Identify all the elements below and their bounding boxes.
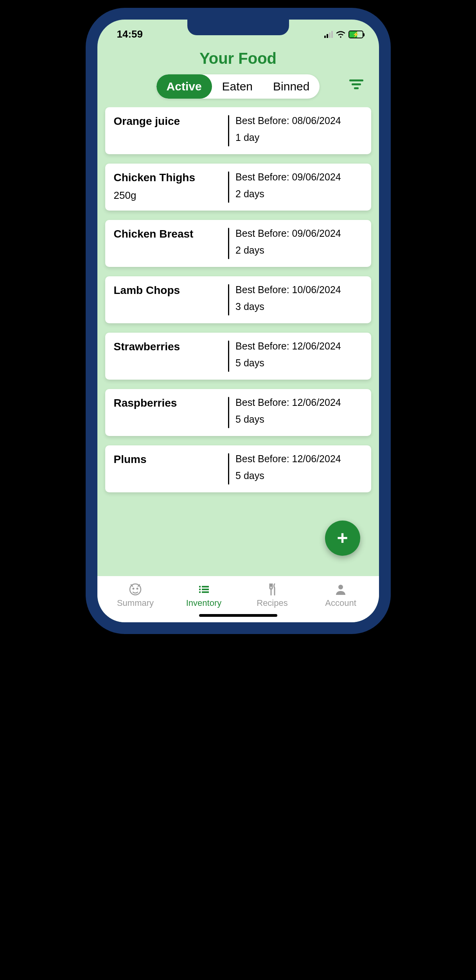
- battery-charging-icon: ⚡: [348, 31, 363, 38]
- best-before: Best Before: 10/06/2024: [235, 284, 362, 295]
- card-left: Raspberries: [114, 397, 228, 428]
- svg-rect-5: [199, 591, 201, 593]
- best-before: Best Before: 12/06/2024: [235, 340, 362, 352]
- days-remaining: 5 days: [235, 414, 362, 425]
- days-remaining: 5 days: [235, 357, 362, 369]
- card-right: Best Before: 09/06/20242 days: [235, 228, 362, 259]
- food-name: Chicken Thighs: [114, 171, 223, 184]
- tab-active[interactable]: Active: [156, 74, 212, 99]
- card-right: Best Before: 08/06/20241 day: [235, 115, 362, 146]
- plus-icon: +: [337, 529, 348, 548]
- card-left: Chicken Thighs250g: [114, 171, 228, 203]
- best-before: Best Before: 09/06/2024: [235, 171, 362, 183]
- svg-point-1: [133, 588, 135, 590]
- days-remaining: 3 days: [235, 301, 362, 312]
- card-divider: [228, 171, 229, 203]
- card-right: Best Before: 12/06/20245 days: [235, 453, 362, 485]
- card-divider: [228, 340, 229, 372]
- food-card[interactable]: Lamb ChopsBest Before: 10/06/20243 days: [105, 276, 371, 323]
- card-left: Strawberries: [114, 340, 228, 372]
- list-icon: [197, 582, 211, 596]
- food-card[interactable]: Orange juiceBest Before: 08/06/20241 day: [105, 107, 371, 154]
- card-right: Best Before: 12/06/20245 days: [235, 340, 362, 372]
- food-name: Strawberries: [114, 340, 223, 353]
- svg-rect-4: [199, 589, 201, 590]
- best-before: Best Before: 08/06/2024: [235, 115, 362, 126]
- svg-rect-3: [199, 586, 201, 587]
- food-card[interactable]: StrawberriesBest Before: 12/06/20245 day…: [105, 333, 371, 380]
- food-name: Orange juice: [114, 115, 223, 128]
- card-left: Plums: [114, 453, 228, 485]
- tab-binned[interactable]: Binned: [263, 74, 320, 99]
- header-controls: Active Eaten Binned: [97, 74, 379, 107]
- card-left: Chicken Breast: [114, 228, 228, 259]
- status-time: 14:59: [117, 28, 143, 40]
- days-remaining: 2 days: [235, 188, 362, 200]
- tab-label: Account: [325, 598, 356, 608]
- status-indicators: ⚡: [324, 31, 363, 38]
- owl-icon: [128, 582, 142, 596]
- tab-inventory[interactable]: Inventory: [170, 582, 238, 608]
- food-name: Chicken Breast: [114, 228, 223, 240]
- card-left: Orange juice: [114, 115, 228, 146]
- svg-point-2: [137, 588, 138, 590]
- food-name: Lamb Chops: [114, 284, 223, 297]
- tab-label: Inventory: [186, 598, 222, 608]
- home-indicator[interactable]: [199, 614, 277, 617]
- food-card[interactable]: Chicken BreastBest Before: 09/06/20242 d…: [105, 220, 371, 267]
- food-name: Raspberries: [114, 397, 223, 409]
- best-before: Best Before: 12/06/2024: [235, 453, 362, 465]
- svg-rect-8: [202, 591, 209, 593]
- tab-summary[interactable]: Summary: [101, 582, 170, 608]
- food-card[interactable]: RaspberriesBest Before: 12/06/20245 days: [105, 389, 371, 436]
- wifi-icon: [336, 31, 345, 38]
- tab-account[interactable]: Account: [307, 582, 375, 608]
- tab-recipes[interactable]: Recipes: [238, 582, 307, 608]
- notch: [187, 20, 289, 35]
- page-title: Your Food: [97, 50, 379, 67]
- card-divider: [228, 115, 229, 146]
- svg-rect-7: [202, 589, 209, 590]
- filter-icon[interactable]: [349, 77, 363, 91]
- card-divider: [228, 397, 229, 428]
- food-quantity: 250g: [114, 189, 223, 202]
- food-name: Plums: [114, 453, 223, 466]
- cutlery-icon: [265, 582, 279, 596]
- card-divider: [228, 228, 229, 259]
- segmented-control: Active Eaten Binned: [156, 74, 320, 99]
- card-divider: [228, 453, 229, 485]
- screen: 14:59 ⚡ Your Food Active Eaten B: [97, 20, 379, 622]
- best-before: Best Before: 09/06/2024: [235, 228, 362, 239]
- food-card[interactable]: Chicken Thighs250gBest Before: 09/06/202…: [105, 164, 371, 211]
- card-divider: [228, 284, 229, 315]
- svg-rect-6: [202, 586, 209, 587]
- cellular-signal-icon: [324, 31, 333, 38]
- card-right: Best Before: 12/06/20245 days: [235, 397, 362, 428]
- person-icon: [334, 582, 348, 596]
- card-left: Lamb Chops: [114, 284, 228, 315]
- tab-eaten[interactable]: Eaten: [212, 74, 263, 99]
- days-remaining: 2 days: [235, 245, 362, 256]
- days-remaining: 1 day: [235, 132, 362, 143]
- card-right: Best Before: 10/06/20243 days: [235, 284, 362, 315]
- svg-point-9: [338, 585, 343, 589]
- tab-label: Summary: [117, 598, 154, 608]
- phone-frame: 14:59 ⚡ Your Food Active Eaten B: [86, 8, 391, 634]
- add-food-button[interactable]: +: [325, 521, 360, 556]
- best-before: Best Before: 12/06/2024: [235, 397, 362, 408]
- days-remaining: 5 days: [235, 470, 362, 481]
- food-card[interactable]: PlumsBest Before: 12/06/20245 days: [105, 445, 371, 492]
- card-right: Best Before: 09/06/20242 days: [235, 171, 362, 203]
- tab-label: Recipes: [257, 598, 287, 608]
